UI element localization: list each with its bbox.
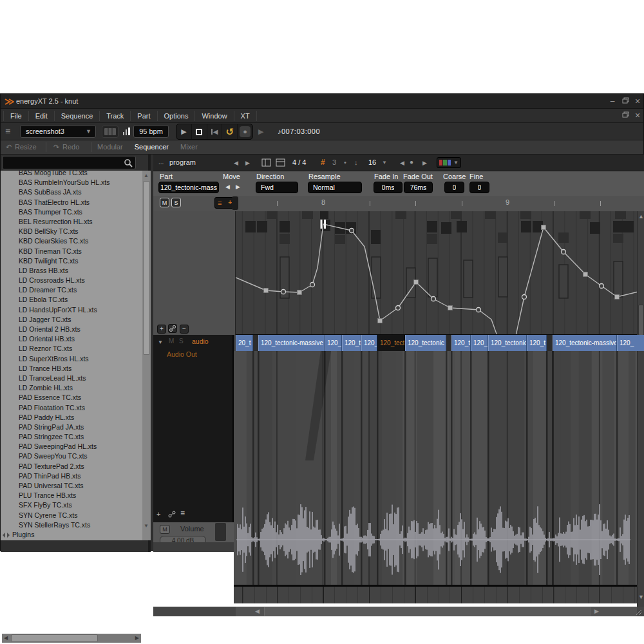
automation-point-circle[interactable] <box>600 284 604 289</box>
volume-automation-lane[interactable] <box>234 585 637 603</box>
scroll-left-icon[interactable]: ◀ <box>4 635 8 641</box>
add-point-button[interactable]: + <box>157 325 166 334</box>
menu-xt[interactable]: XT <box>234 111 257 121</box>
more-button[interactable]: ... <box>158 158 164 166</box>
automation-point-circle[interactable] <box>350 229 354 233</box>
search-input[interactable] <box>2 156 136 169</box>
scroll-up-icon[interactable]: ▲ <box>144 173 149 178</box>
list-item[interactable]: PLU Trance HB.xts <box>1 491 142 500</box>
scroll-thumb[interactable] <box>143 181 150 355</box>
chevron-down-icon[interactable]: ▼ <box>382 160 387 166</box>
track-output[interactable]: Audio Out <box>167 350 197 358</box>
track-color-chip[interactable]: ▼ <box>437 157 461 168</box>
scroll-up-icon[interactable]: ▲ <box>638 213 644 221</box>
list-item[interactable]: LD Ebola TC.xts <box>1 295 142 305</box>
add-track-button[interactable]: + <box>156 510 160 518</box>
list-item[interactable]: KBD Twilight TC.xts <box>1 256 142 266</box>
audio-clip[interactable]: 120_t <box>361 335 377 351</box>
list-item[interactable]: BAS MoogTube TC.xts <box>1 171 142 178</box>
list-item[interactable]: LD Jagger TC.xts <box>1 315 142 325</box>
loop-prev-button[interactable]: ◀ <box>400 160 404 166</box>
track-name[interactable]: audio <box>192 337 209 345</box>
play-button[interactable]: ▶ <box>176 124 192 139</box>
prev-arrow-button[interactable]: ◀ <box>234 160 238 166</box>
automation-point-circle[interactable] <box>396 306 401 310</box>
minimize-button[interactable]: – <box>607 97 618 106</box>
list-item[interactable]: LD Oriental 2 HB.xts <box>1 325 142 334</box>
track-solo-button[interactable]: S <box>179 337 184 345</box>
audio-clip[interactable]: 120_t <box>451 335 471 351</box>
direction-field[interactable]: Fwd◀▶ <box>256 182 298 193</box>
timeline-ruler[interactable]: 89 <box>236 196 644 211</box>
resize-grip-icon[interactable] <box>634 608 643 616</box>
menu-track[interactable]: Track <box>100 111 131 121</box>
list-item[interactable]: LD Oriental HB.xts <box>1 334 142 344</box>
meter-icon[interactable] <box>123 128 130 135</box>
menu-file[interactable]: File <box>3 111 29 121</box>
waveform-display[interactable] <box>234 351 637 585</box>
audio-clip[interactable]: 120_t <box>325 335 342 351</box>
resample-field[interactable]: Normal◀▶ <box>308 182 362 193</box>
next-arrow-button[interactable]: ▶ <box>245 160 250 166</box>
list-item[interactable]: BAS SubBass JA.xts <box>1 187 142 197</box>
link-icon[interactable] <box>167 510 176 518</box>
list-item[interactable]: PAD Universal TC.xts <box>1 481 142 491</box>
automation-point-selected[interactable] <box>324 220 326 229</box>
automation-point-square[interactable] <box>264 289 269 293</box>
program-label[interactable]: program <box>169 158 196 166</box>
fade-in-field[interactable]: 0ms <box>374 182 402 193</box>
collapse-arrow-icon[interactable]: ▼ <box>158 339 163 345</box>
menu-sequence[interactable]: Sequence <box>55 111 100 121</box>
sidebar-hscrollbar[interactable]: ◀ ▶ <box>2 634 141 643</box>
snap-value[interactable]: 3 <box>332 158 336 166</box>
scroll-left-icon[interactable]: ◀ <box>255 607 260 616</box>
list-item[interactable]: PAD SweepYou TC.xts <box>1 451 142 461</box>
automation-point-selected[interactable] <box>321 220 323 229</box>
automation-point-circle[interactable] <box>562 250 566 254</box>
arrow-down-button[interactable]: ↓ <box>354 158 358 166</box>
redo-button[interactable]: Redo <box>62 143 79 151</box>
automation-point-circle[interactable] <box>522 295 527 299</box>
list-item[interactable]: BAS RumbleInYourSub HL.xts <box>1 178 142 187</box>
menu-window[interactable]: Window <box>195 111 234 121</box>
audio-clip[interactable]: 120_ <box>617 335 644 351</box>
list-item[interactable]: PAD Stringzee TC.xts <box>1 432 142 442</box>
audio-clip[interactable]: 120_tectonic-massive <box>258 335 325 351</box>
list-item[interactable]: LD Brass HB.xts <box>1 266 142 276</box>
editor-vscrollbar[interactable]: ▲ ▼ <box>637 211 644 607</box>
remove-point-button[interactable]: − <box>180 325 189 334</box>
scroll-right-icon[interactable]: ▶ <box>135 635 139 641</box>
record-button[interactable]: ● <box>238 124 252 139</box>
snap-grid-icon[interactable]: # <box>321 158 325 167</box>
rewind-button[interactable]: ◀ <box>207 124 223 139</box>
audio-clip[interactable]: 120_tectonic <box>405 335 446 351</box>
list-item[interactable]: LD Zombie HL.xts <box>1 383 142 393</box>
audio-clip[interactable]: 120_ <box>471 335 488 351</box>
loop-button[interactable]: ↺ <box>222 124 238 139</box>
list-item[interactable]: PAD TexturePad 2.xts <box>1 462 142 471</box>
scroll-right-icon[interactable]: ▶ <box>594 607 599 616</box>
loop-next-button[interactable]: ▶ <box>422 160 427 166</box>
automation-point-circle[interactable] <box>477 308 481 312</box>
song-play-button[interactable]: ▶ <box>258 128 263 136</box>
automation-point-square[interactable] <box>615 295 620 299</box>
part-field[interactable]: 120_tectonic-mass <box>158 182 219 193</box>
move-prev-button[interactable]: ◀ <box>225 184 230 190</box>
split-view-icon[interactable] <box>261 158 272 167</box>
tab-sequencer[interactable]: Sequencer <box>135 143 169 151</box>
menu-edit[interactable]: Edit <box>29 111 55 121</box>
bpm-field[interactable]: 95 bpm <box>133 125 169 138</box>
automation-point-circle[interactable] <box>310 283 315 287</box>
list-item[interactable]: PAD Essence TC.xts <box>1 393 142 402</box>
sidebar-item-plugins[interactable]: Plugins <box>1 530 142 540</box>
automation-point-circle[interactable] <box>281 290 286 294</box>
list-item[interactable]: PAD ThinPad HB.xts <box>1 471 142 481</box>
list-item[interactable]: BAS Thumper TC.xts <box>1 207 142 217</box>
scroll-thumb[interactable] <box>11 634 98 642</box>
stop-button[interactable] <box>192 124 207 139</box>
time-signature[interactable]: 4 / 4 <box>292 158 306 166</box>
list-item[interactable]: KBD Tineman TC.xts <box>1 247 142 256</box>
scroll-thumb[interactable] <box>638 305 644 336</box>
scroll-down-icon[interactable]: ▼ <box>144 523 149 529</box>
list-item[interactable]: LD SuperXtBros HL.xts <box>1 354 142 364</box>
